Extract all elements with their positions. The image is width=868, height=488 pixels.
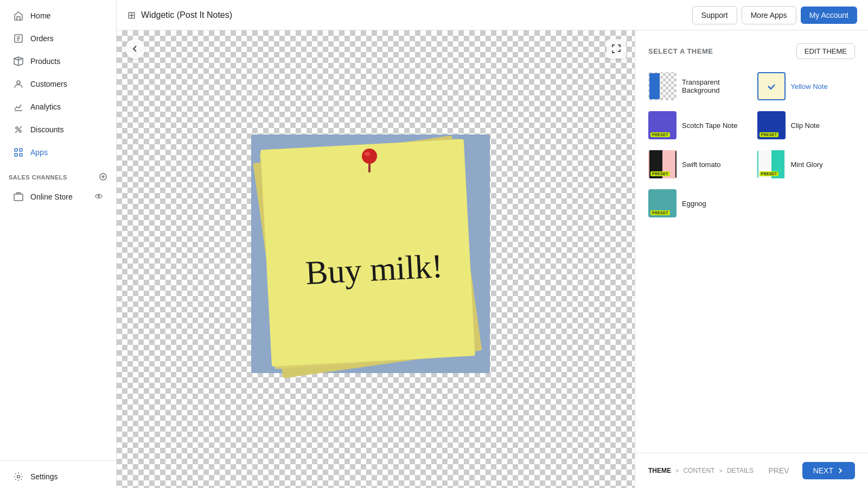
- preset-badge: PRESET: [760, 132, 779, 137]
- account-button[interactable]: My Account: [801, 7, 857, 24]
- footer-actions: PREV NEXT: [760, 462, 855, 479]
- svg-point-10: [95, 194, 102, 198]
- sidebar-item-apps[interactable]: Apps: [4, 142, 112, 163]
- preview-area: Buy milk!: [117, 30, 635, 488]
- sidebar-item-settings[interactable]: Settings: [4, 466, 112, 487]
- add-sales-channel-icon[interactable]: [99, 172, 107, 182]
- sidebar-item-label: Home: [30, 11, 50, 20]
- home-icon: [13, 10, 24, 21]
- note-svg: Buy milk!: [251, 129, 501, 384]
- online-store-eye-icon[interactable]: [94, 192, 103, 202]
- sidebar-item-customers[interactable]: Customers: [4, 73, 112, 95]
- step-content: CONTENT: [683, 467, 714, 474]
- edit-theme-button[interactable]: EDIT THEME: [796, 43, 855, 59]
- svg-point-18: [365, 152, 370, 156]
- theme-item-transparent[interactable]: Transparent Background: [648, 72, 746, 100]
- theme-item-swift[interactable]: PRESET Swift tomato: [648, 150, 746, 178]
- customers-icon: [13, 79, 24, 89]
- sidebar-item-label: Customers: [30, 80, 67, 88]
- theme-panel-body: SELECT A THEME EDIT THEME Transparent Ba…: [635, 30, 868, 453]
- svg-point-17: [362, 149, 377, 164]
- theme-name-swift: Swift tomato: [682, 160, 721, 169]
- theme-panel: SELECT A THEME EDIT THEME Transparent Ba…: [635, 30, 868, 488]
- sidebar-item-online-store[interactable]: Online Store: [4, 186, 112, 208]
- sidebar-item-label: Settings: [30, 472, 58, 481]
- note-preview: Buy milk!: [251, 129, 501, 389]
- prev-button[interactable]: PREV: [760, 462, 798, 479]
- sidebar-item-label: Orders: [30, 34, 54, 43]
- theme-thumb-eggnog: PRESET: [648, 189, 676, 217]
- svg-rect-4: [15, 149, 17, 151]
- sidebar-item-discounts[interactable]: Discounts: [4, 119, 112, 140]
- theme-panel-header: SELECT A THEME EDIT THEME: [648, 43, 855, 59]
- svg-point-11: [98, 195, 100, 197]
- sidebar-item-label: Discounts: [30, 125, 63, 134]
- topbar-actions: Support More Apps My Account: [692, 6, 857, 24]
- apps-icon: [13, 147, 24, 158]
- themes-grid: Transparent Background Yellow Note: [648, 72, 855, 217]
- theme-panel-footer: THEME > CONTENT > DETAILS PREV NEXT: [635, 453, 868, 488]
- theme-item-yellow[interactable]: Yellow Note: [757, 72, 856, 100]
- step-details: DETAILS: [727, 467, 754, 474]
- online-store-icon: [13, 191, 24, 202]
- sidebar-item-home[interactable]: Home: [4, 5, 112, 27]
- topbar: ⊞ Widgetic (Post It Notes) Support More …: [117, 0, 868, 30]
- theme-item-eggnog[interactable]: PRESET Eggnog: [648, 189, 746, 217]
- theme-panel-title: SELECT A THEME: [648, 47, 713, 55]
- topbar-title: ⊞ Widgetic (Post It Notes): [127, 9, 686, 21]
- analytics-icon: [13, 101, 24, 112]
- support-button[interactable]: Support: [692, 6, 737, 24]
- theme-thumb-yellow: [757, 72, 786, 100]
- theme-thumb-swift: PRESET: [648, 150, 676, 178]
- app-grid-icon: ⊞: [127, 9, 136, 21]
- svg-point-12: [17, 476, 20, 478]
- next-button[interactable]: NEXT: [802, 462, 855, 479]
- theme-name-mint: Mint Glory: [791, 160, 823, 169]
- theme-name-yellow: Yellow Note: [791, 82, 828, 91]
- theme-name-clip: Clip Note: [791, 121, 820, 130]
- settings-icon: [13, 471, 24, 482]
- theme-name-eggnog: Eggnog: [682, 200, 706, 208]
- theme-name-scotch: Scotch Tape Note: [682, 121, 737, 130]
- svg-point-3: [19, 130, 21, 132]
- back-button[interactable]: [125, 39, 145, 59]
- theme-item-scotch[interactable]: PRESET Scotch Tape Note: [648, 111, 746, 139]
- theme-thumb-mint: PRESET: [757, 150, 786, 178]
- theme-name-transparent: Transparent Background: [682, 78, 746, 94]
- theme-thumb-scotch: PRESET: [648, 111, 676, 139]
- sidebar-item-orders[interactable]: Orders: [4, 28, 112, 49]
- preset-badge: PRESET: [760, 171, 779, 176]
- sidebar-item-label: Products: [30, 57, 60, 66]
- preset-badge: PRESET: [650, 210, 670, 215]
- breadcrumb-steps: THEME > CONTENT > DETAILS: [648, 467, 754, 474]
- svg-rect-5: [20, 149, 22, 151]
- preset-badge: PRESET: [650, 171, 670, 176]
- sidebar-item-label: Analytics: [30, 102, 61, 111]
- theme-item-mint[interactable]: PRESET Mint Glory: [757, 150, 856, 178]
- svg-rect-6: [15, 153, 17, 156]
- selected-check-overlay: [758, 73, 784, 99]
- theme-thumb-transparent: [648, 72, 676, 100]
- theme-item-clip[interactable]: PRESET Clip Note: [757, 111, 856, 139]
- orders-icon: [13, 33, 24, 44]
- svg-rect-9: [14, 194, 23, 201]
- main-content: Buy milk! SELECT A THEME EDIT THEME Tran…: [117, 30, 868, 488]
- more-apps-button[interactable]: More Apps: [742, 6, 796, 24]
- step-theme: THEME: [648, 467, 671, 474]
- fullscreen-button[interactable]: [607, 39, 626, 59]
- sales-channels-section: SALES CHANNELS: [0, 164, 116, 185]
- discounts-icon: [13, 124, 24, 135]
- sidebar-bottom: Settings: [0, 460, 116, 488]
- svg-point-2: [16, 127, 18, 129]
- products-icon: [13, 56, 24, 67]
- sidebar-item-label: Apps: [30, 148, 48, 157]
- svg-rect-7: [20, 153, 22, 156]
- preset-badge: PRESET: [650, 132, 670, 137]
- sidebar-item-label: Online Store: [30, 192, 73, 201]
- theme-thumb-clip: PRESET: [757, 111, 786, 139]
- svg-text:Buy milk!: Buy milk!: [304, 247, 443, 291]
- sidebar-item-products[interactable]: Products: [4, 50, 112, 72]
- svg-point-1: [17, 81, 20, 84]
- sidebar-item-analytics[interactable]: Analytics: [4, 96, 112, 118]
- sidebar: Home Orders Products Customers: [0, 0, 117, 488]
